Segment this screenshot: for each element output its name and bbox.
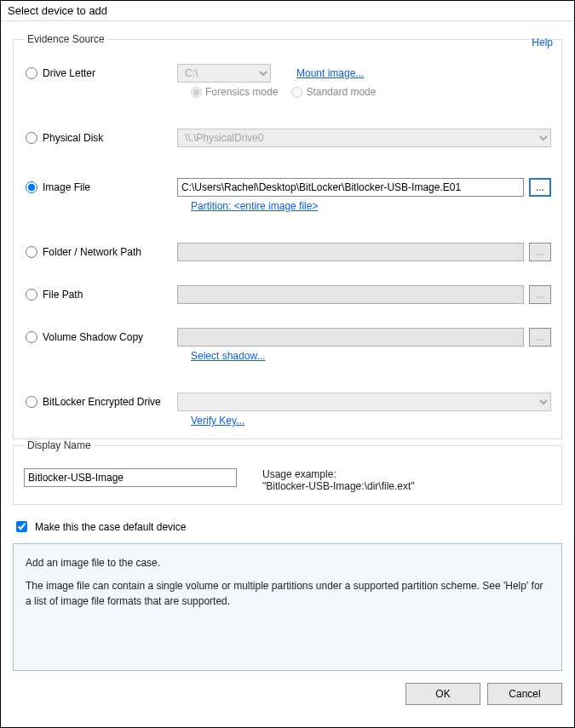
make-default-label: Make this the case default device <box>35 521 186 533</box>
vsc-input[interactable] <box>177 328 524 347</box>
make-default-checkbox-row[interactable]: Make this the case default device <box>13 519 562 535</box>
row-bitlocker: BitLocker Encrypted Drive <box>24 393 551 411</box>
info-line1: Add an image file to the case. <box>26 556 549 570</box>
row-vsc: Volume Shadow Copy ... <box>24 328 551 347</box>
label-standard-mode: Standard mode <box>306 86 376 98</box>
file-path-browse-button: ... <box>529 285 551 304</box>
radio-forensics-mode <box>191 87 202 98</box>
display-name-group: Display Name Usage example: "Bitlocker-U… <box>13 439 562 505</box>
evidence-source-legend: Evidence Source <box>24 33 108 45</box>
label-drive-letter: Drive Letter <box>43 67 95 79</box>
radio-bitlocker[interactable] <box>26 396 37 408</box>
row-folder-path: Folder / Network Path ... <box>24 243 551 261</box>
dialog-buttons: OK Cancel <box>13 683 562 705</box>
label-vsc: Volume Shadow Copy <box>43 331 143 343</box>
dialog-window: Select device to add Evidence Source Hel… <box>0 0 575 728</box>
image-file-browse-button[interactable]: ... <box>529 178 551 197</box>
dialog-title: Select device to add <box>1 1 574 21</box>
usage-example-value: "Bitlocker-USB-Image:\dir\file.ext" <box>262 480 415 492</box>
dialog-content: Evidence Source Help Drive Letter C:\ Mo… <box>1 21 574 727</box>
folder-path-input[interactable] <box>177 243 524 261</box>
drive-letter-dropdown[interactable]: C:\ <box>177 64 271 83</box>
file-path-input[interactable] <box>177 285 524 304</box>
usage-example-label: Usage example: <box>262 468 415 480</box>
help-link[interactable]: Help <box>532 37 553 49</box>
select-shadow-link[interactable]: Select shadow... <box>191 350 265 362</box>
label-image-file: Image File <box>43 181 90 193</box>
verify-key-link[interactable]: Verify Key... <box>191 415 244 427</box>
radio-image-file[interactable] <box>26 181 37 193</box>
label-bitlocker: BitLocker Encrypted Drive <box>43 396 161 408</box>
row-image-file: Image File ... <box>24 178 551 197</box>
radio-drive-letter[interactable] <box>26 67 37 79</box>
display-name-input[interactable] <box>24 468 237 487</box>
bitlocker-dropdown[interactable] <box>177 393 551 411</box>
evidence-source-group: Evidence Source Help Drive Letter C:\ Mo… <box>13 33 562 439</box>
radio-vsc[interactable] <box>26 331 37 343</box>
image-file-path-input[interactable] <box>177 178 524 197</box>
label-forensics-mode: Forensics mode <box>205 86 278 98</box>
drive-letter-modes: Forensics mode Standard mode <box>191 86 551 98</box>
partition-link[interactable]: Partition: <entire image file> <box>191 200 318 212</box>
radio-standard-mode <box>291 87 302 98</box>
radio-folder-path[interactable] <box>26 246 37 258</box>
info-line2: The image file can contain a single volu… <box>26 579 549 609</box>
folder-path-browse-button: ... <box>529 243 551 261</box>
row-file-path: File Path ... <box>24 285 551 304</box>
label-physical-disk: Physical Disk <box>43 132 103 144</box>
vsc-browse-button: ... <box>529 328 551 347</box>
info-panel: Add an image file to the case. The image… <box>13 543 562 671</box>
make-default-checkbox[interactable] <box>16 521 27 532</box>
label-folder-path: Folder / Network Path <box>43 246 141 258</box>
label-file-path: File Path <box>43 289 83 301</box>
cancel-button[interactable]: Cancel <box>487 683 562 705</box>
row-drive-letter: Drive Letter C:\ Mount image... <box>24 64 551 83</box>
radio-physical-disk[interactable] <box>26 132 37 144</box>
row-physical-disk: Physical Disk \\.\PhysicalDrive0 <box>24 129 551 147</box>
mount-image-link[interactable]: Mount image... <box>296 67 364 79</box>
radio-file-path[interactable] <box>26 289 37 301</box>
physical-disk-dropdown[interactable]: \\.\PhysicalDrive0 <box>177 129 551 147</box>
ok-button[interactable]: OK <box>405 683 480 705</box>
display-name-legend: Display Name <box>24 439 95 451</box>
